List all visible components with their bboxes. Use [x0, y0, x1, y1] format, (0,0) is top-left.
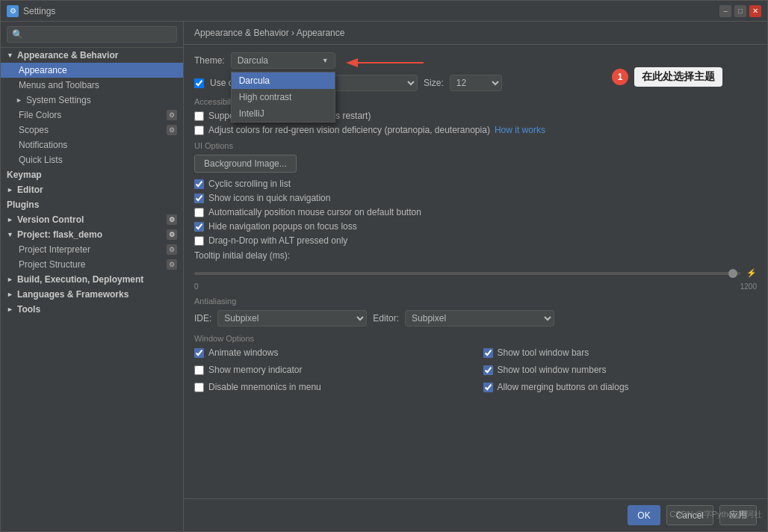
sidebar-item-file-colors[interactable]: File Colors ⚙ — [1, 108, 183, 123]
ide-antialiasing-label: IDE: — [194, 313, 211, 324]
sidebar-item-label: Menus and Toolbars — [19, 80, 99, 90]
window-options-section-label: Window Options — [194, 334, 757, 343]
show-icons-label: Show icons in quick navigation — [208, 193, 330, 203]
sidebar-item-label: Plugins — [7, 200, 39, 210]
theme-selected-value: Darcula — [238, 55, 268, 66]
show-icons-row: Show icons in quick navigation — [194, 193, 757, 203]
antialiasing-row: IDE: Subpixel Greyscale None Editor: Sub… — [194, 310, 757, 327]
theme-option-intellij[interactable]: IntelliJ — [232, 105, 335, 122]
theme-option-darcula[interactable]: Darcula — [232, 72, 335, 89]
theme-label: Theme: — [194, 55, 225, 66]
drag-alt-checkbox[interactable] — [194, 236, 204, 246]
sidebar-item-languages[interactable]: ► Languages & Frameworks — [1, 287, 183, 302]
hide-popups-label: Hide navigation popups on focus loss — [208, 221, 357, 232]
animate-windows-row: Animate windows — [194, 347, 468, 358]
sidebar-item-label: File Colors — [19, 110, 61, 120]
sidebar-item-project-flask[interactable]: ▼ Project: flask_demo ⚙ — [1, 227, 183, 242]
sidebar-item-version-control[interactable]: ► Version Control ⚙ — [1, 212, 183, 227]
sidebar-item-label: Version Control — [17, 214, 84, 225]
settings-window: ⚙ Settings – □ ✕ ▼ Appearance & Behavior… — [0, 0, 768, 532]
ok-button[interactable]: OK — [628, 505, 660, 525]
color-deficiency-checkbox[interactable] — [194, 126, 204, 135]
disable-mnemonics-label: Disable mnemonics in menu — [208, 382, 321, 392]
theme-select-button[interactable]: Darcula ▼ — [231, 52, 335, 69]
close-button[interactable]: ✕ — [749, 5, 761, 17]
breadcrumb: Appearance & Behavior › Appearance — [184, 22, 767, 45]
sidebar-item-label: Keymap — [7, 170, 42, 180]
animate-windows-checkbox[interactable] — [194, 348, 204, 358]
annotation-text: 在此处选择主题 — [634, 67, 722, 87]
tooltip-row: Tooltip initial delay (ms): — [194, 250, 757, 261]
badge-icon: ⚙ — [167, 229, 177, 240]
screen-readers-checkbox[interactable] — [194, 111, 204, 121]
color-deficiency-label: Adjust colors for red-green vision defic… — [208, 125, 490, 135]
sidebar-item-label: Languages & Frameworks — [17, 289, 128, 300]
tooltip-slider-container: ⚡ — [194, 268, 757, 278]
maximize-button[interactable]: □ — [734, 5, 746, 17]
sidebar-item-scopes[interactable]: Scopes ⚙ — [1, 123, 183, 137]
sidebar-item-label: Tools — [17, 304, 40, 315]
tool-window-numbers-label: Show tool window numbers — [498, 365, 607, 375]
size-select[interactable]: 12 — [450, 75, 502, 91]
sidebar-item-editor[interactable]: ► Editor — [1, 182, 183, 197]
disable-mnemonics-checkbox[interactable] — [194, 383, 204, 392]
sidebar-item-keymap[interactable]: Keymap — [1, 167, 183, 182]
show-icons-checkbox[interactable] — [194, 194, 204, 203]
arrow-icon: ► — [7, 291, 14, 298]
auto-position-label: Automatically position mouse cursor on d… — [208, 207, 421, 217]
tool-window-numbers-checkbox[interactable] — [483, 365, 493, 375]
animate-windows-label: Animate windows — [208, 347, 278, 358]
tooltip-label: Tooltip initial delay (ms): — [194, 250, 290, 261]
show-memory-checkbox[interactable] — [194, 365, 204, 375]
size-label: Size: — [424, 78, 444, 88]
ui-options-section-label: UI Options — [194, 141, 757, 150]
theme-option-high-contrast[interactable]: High contrast — [232, 89, 335, 105]
sidebar-item-tools[interactable]: ► Tools — [1, 302, 183, 317]
background-image-button[interactable]: Background Image... — [194, 155, 297, 173]
sidebar-item-plugins[interactable]: Plugins — [1, 197, 183, 212]
content-panel: Appearance & Behavior › Appearance 1 在此处… — [184, 22, 767, 531]
arrow-icon: ► — [7, 306, 14, 313]
sidebar: ▼ Appearance & Behavior Appearance Menus… — [1, 22, 184, 531]
tool-window-bars-checkbox[interactable] — [483, 348, 493, 358]
arrow-icon: ► — [16, 96, 23, 104]
sidebar-item-build-exec[interactable]: ► Build, Execution, Deployment — [1, 272, 183, 287]
tooltip-slider-thumb[interactable] — [728, 269, 737, 278]
auto-position-checkbox[interactable] — [194, 208, 204, 217]
sidebar-item-system-settings[interactable]: ► System Settings — [1, 93, 183, 108]
watermark: CSDN @字Python的阿社 — [669, 509, 762, 520]
minimize-button[interactable]: – — [719, 5, 731, 17]
allow-merging-row: Allow merging buttons on dialogs — [483, 382, 758, 392]
theme-row: Theme: Darcula ▼ Darcula High contrast I… — [194, 52, 757, 69]
sidebar-item-appearance[interactable]: Appearance — [1, 63, 183, 78]
how-it-works-link[interactable]: How it works — [495, 125, 545, 135]
auto-position-row: Automatically position mouse cursor on d… — [194, 207, 757, 217]
arrow-icon: ▼ — [7, 231, 14, 238]
antialiasing-section-label: Antialiasing — [194, 297, 757, 306]
editor-antialiasing-label: Editor: — [373, 313, 399, 324]
sidebar-item-project-interpreter[interactable]: Project Interpreter ⚙ — [1, 242, 183, 257]
tooltip-slider-track — [194, 272, 740, 275]
theme-dropdown-container: Darcula ▼ Darcula High contrast IntelliJ — [231, 52, 335, 69]
badge-icon: ⚙ — [167, 214, 177, 225]
arrow-icon: ► — [7, 276, 14, 283]
sidebar-item-menus-toolbars[interactable]: Menus and Toolbars — [1, 78, 183, 93]
sidebar-item-notifications[interactable]: Notifications — [1, 137, 183, 152]
ide-antialiasing-select[interactable]: Subpixel Greyscale None — [217, 310, 367, 327]
sidebar-item-project-structure[interactable]: Project Structure ⚙ — [1, 257, 183, 272]
sidebar-item-appearance-behavior[interactable]: ▼ Appearance & Behavior — [1, 48, 183, 63]
tool-window-bars-label: Show tool window bars — [498, 347, 589, 358]
disable-mnemonics-row: Disable mnemonics in menu — [194, 382, 468, 392]
sidebar-item-label: Scopes — [19, 125, 49, 135]
sidebar-item-quick-lists[interactable]: Quick Lists — [1, 152, 183, 167]
use-custom-font-checkbox[interactable] — [194, 78, 204, 88]
window-options-grid: Animate windows Show tool window bars Sh… — [194, 347, 757, 396]
editor-antialiasing-select[interactable]: Subpixel Greyscale None — [405, 310, 554, 327]
cyclic-scroll-checkbox[interactable] — [194, 179, 204, 189]
tooltip-slider-labels: 0 1200 — [194, 282, 757, 291]
sidebar-item-label: Project Interpreter — [19, 244, 90, 255]
allow-merging-checkbox[interactable] — [483, 383, 493, 392]
hide-popups-checkbox[interactable] — [194, 222, 204, 232]
search-input[interactable] — [7, 26, 177, 43]
cyclic-scroll-label: Cyclic scrolling in list — [208, 179, 291, 189]
